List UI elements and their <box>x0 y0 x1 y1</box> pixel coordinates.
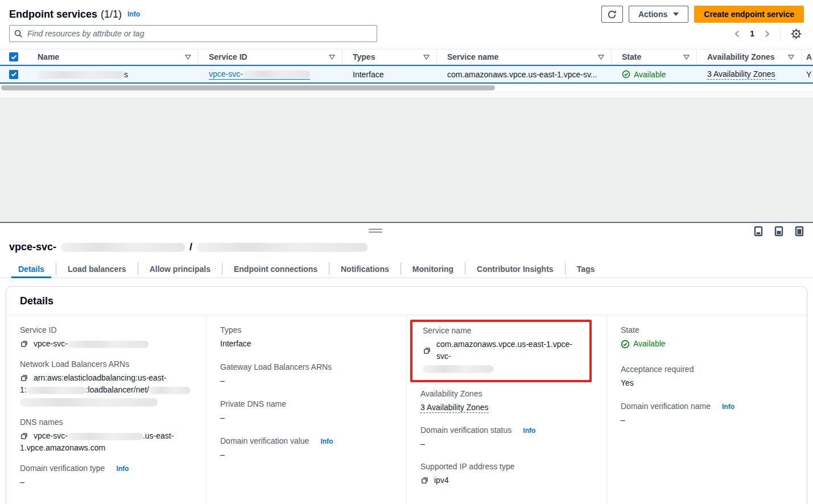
tab-tags[interactable]: Tags <box>566 260 606 278</box>
column-header-acceptance-cut[interactable]: A <box>802 49 813 64</box>
filter-row: 1 <box>0 23 813 42</box>
availability-zones-link[interactable]: 3 Availability Zones <box>420 403 489 413</box>
info-link[interactable]: Info <box>722 403 734 411</box>
tools-divider <box>780 27 781 40</box>
table-header-row: Name Service ID Types Service name State… <box>0 49 813 65</box>
column-header-service-id[interactable]: Service ID <box>199 49 342 64</box>
details-column-4: State Available Acceptance required Yes <box>606 315 807 504</box>
filter-icon[interactable] <box>683 55 690 60</box>
row-checkbox[interactable] <box>9 70 18 79</box>
service-id-link[interactable]: vpce-svc- <box>209 69 310 80</box>
panel-size-medium-icon[interactable] <box>774 226 783 237</box>
cell-acceptance-cut: Y <box>802 66 813 82</box>
redacted-service-id-title <box>61 243 185 251</box>
filter-icon[interactable] <box>598 55 604 60</box>
select-all-checkbox[interactable] <box>9 52 18 61</box>
copy-icon[interactable] <box>20 374 28 382</box>
table-row-selected[interactable]: s vpce-svc- Interface com.amazonaws.vpce… <box>0 65 813 84</box>
details-column-3: Service name com.amazonaws.vpce.us-east-… <box>406 315 606 504</box>
tab-allow-principals[interactable]: Allow principals <box>138 260 222 278</box>
details-column-2: Types Interface Gateway Load Balancers A… <box>206 315 406 504</box>
field-domain-verification-status: Domain verification status Info – <box>420 425 593 450</box>
pagination-next-button[interactable] <box>762 28 772 40</box>
search-icon <box>14 30 23 38</box>
cell-service-name: com.amazonaws.vpce.us-east-1.vpce-sv... <box>437 66 612 82</box>
table-footer-strip <box>0 92 813 98</box>
field-domain-verification-type: Domain verification type Info – <box>20 464 192 488</box>
actions-button-label: Actions <box>638 10 667 19</box>
copy-icon[interactable] <box>20 432 28 440</box>
filter-icon[interactable] <box>185 55 191 60</box>
info-link[interactable]: Info <box>523 427 535 435</box>
panel-size-large-icon[interactable] <box>795 226 804 237</box>
column-header-name[interactable]: Name <box>27 49 199 64</box>
filter-icon[interactable] <box>329 55 335 60</box>
availability-zones-link[interactable]: 3 Availability Zones <box>707 69 775 80</box>
field-glb-arns: Gateway Load Balancers ARNs – <box>220 362 393 387</box>
field-state: State Available <box>621 325 793 352</box>
field-nlb-arns: Network Load Balancers ARNs arn:aws:elas… <box>20 360 192 408</box>
column-header-types[interactable]: Types <box>342 49 437 64</box>
field-types: Types Interface <box>220 325 393 350</box>
endpoint-services-table: Name Service ID Types Service name State… <box>0 49 813 98</box>
redacted-text <box>27 387 86 394</box>
redacted-text <box>423 365 493 373</box>
field-acceptance-required: Acceptance required Yes <box>621 365 793 389</box>
column-header-state[interactable]: State <box>612 49 697 64</box>
info-link[interactable]: Info <box>320 437 333 445</box>
redacted-text <box>20 398 158 406</box>
actions-button[interactable]: Actions <box>629 6 688 23</box>
field-supported-ip: Supported IP address type ipv4 <box>420 462 593 486</box>
check-circle-icon <box>621 340 630 349</box>
tab-monitoring[interactable]: Monitoring <box>401 260 465 278</box>
tab-endpoint-connections[interactable]: Endpoint connections <box>222 260 329 278</box>
field-domain-verification-value: Domain verification value Info – <box>220 436 393 461</box>
redacted-service-id <box>243 71 310 77</box>
page-title: Endpoint services <box>9 9 97 20</box>
field-service-id: Service ID vpce-svc- <box>20 325 192 350</box>
horizontal-scrollbar-thumb[interactable] <box>1 85 495 90</box>
copy-icon[interactable] <box>423 346 431 355</box>
create-endpoint-service-button[interactable]: Create endpoint service <box>694 6 804 23</box>
field-availability-zones: Availability Zones 3 Availability Zones <box>420 389 593 414</box>
filter-icon[interactable] <box>423 55 430 60</box>
info-link[interactable]: Info <box>116 465 129 473</box>
refresh-button[interactable] <box>601 6 623 23</box>
column-header-availability-zones[interactable]: Availability Zones <box>697 49 802 64</box>
pagination-current-page[interactable]: 1 <box>745 29 759 38</box>
horizontal-scrollbar <box>1 85 812 90</box>
caret-down-icon <box>673 13 679 16</box>
tab-notifications[interactable]: Notifications <box>329 260 401 278</box>
redacted-text <box>68 341 148 348</box>
cell-availability-zones: 3 Availability Zones <box>697 66 802 82</box>
pagination-prev-button[interactable] <box>732 28 742 40</box>
tab-contributor-insights[interactable]: Contributor Insights <box>465 260 565 278</box>
empty-background <box>0 98 813 222</box>
copy-icon[interactable] <box>420 476 429 485</box>
details-card: Details Service ID vpce-svc- Network Loa… <box>6 286 807 504</box>
cell-name: s <box>27 66 199 82</box>
filter-icon[interactable] <box>788 55 794 60</box>
page-header: Endpoint services (1/1) Info Actions Cre… <box>0 0 813 23</box>
tab-details[interactable]: Details <box>7 260 56 278</box>
panel-size-small-icon[interactable] <box>754 226 763 237</box>
redacted-name <box>38 71 124 78</box>
panel-drag-handle[interactable] <box>369 229 382 233</box>
redacted-text <box>68 433 143 440</box>
search-input[interactable] <box>27 29 372 38</box>
header-info-link[interactable]: Info <box>127 10 140 18</box>
endpoint-services-list-section: Endpoint services (1/1) Info Actions Cre… <box>0 0 813 98</box>
tab-load-balancers[interactable]: Load balancers <box>56 260 138 278</box>
field-dns-names: DNS names vpce-svc-.us-east- 1.vpce.amaz… <box>20 418 192 454</box>
refresh-icon <box>607 10 617 19</box>
search-box[interactable] <box>9 25 377 42</box>
details-card-heading: Details <box>6 287 807 315</box>
check-circle-icon <box>622 70 630 79</box>
column-header-service-name[interactable]: Service name <box>437 49 612 64</box>
redacted-text <box>149 387 190 394</box>
copy-icon[interactable] <box>20 340 28 348</box>
resource-count: (1/1) <box>101 9 122 20</box>
field-private-dns: Private DNS name – <box>220 399 393 424</box>
settings-gear-button[interactable] <box>789 26 804 42</box>
cell-state: Available <box>612 66 697 82</box>
